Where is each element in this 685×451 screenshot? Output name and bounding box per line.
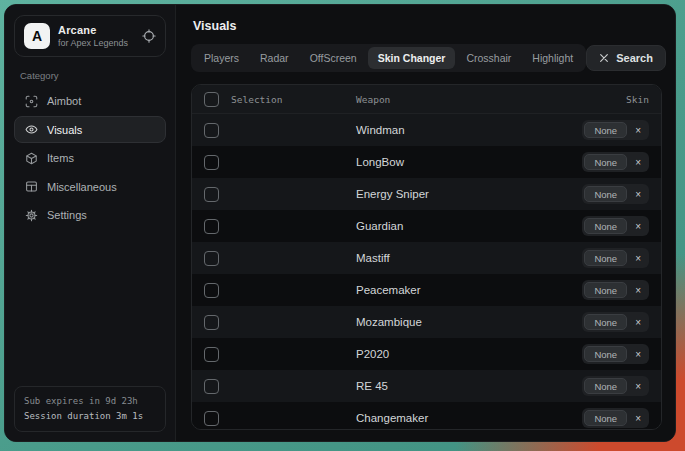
search-button[interactable]: Search (586, 45, 666, 71)
row-selection-cell (204, 251, 356, 266)
tab-radar[interactable]: Radar (250, 47, 299, 69)
table-row: Changemaker None × (192, 402, 661, 430)
weapon-name: Energy Sniper (356, 188, 582, 200)
sidebar-item-aimbot[interactable]: Aimbot (14, 88, 166, 115)
row-selection-cell (204, 283, 356, 298)
row-checkbox[interactable] (204, 347, 219, 362)
skin-badge: None × (582, 120, 649, 140)
clear-skin-icon[interactable]: × (627, 381, 647, 392)
column-header-selection: Selection (231, 94, 282, 105)
skin-badge: None × (582, 344, 649, 364)
sidebar-item-settings[interactable]: Settings (14, 202, 166, 229)
app-meta: Arcane for Apex Legends (58, 24, 128, 48)
sidebar-nav: Aimbot Visuals Items Miscellaneous Setti… (14, 86, 166, 230)
table-header: Selection Weapon Skin (192, 85, 661, 114)
row-selection-cell (204, 379, 356, 394)
row-checkbox[interactable] (204, 123, 219, 138)
grid-icon (25, 180, 38, 193)
skin-value[interactable]: None (584, 218, 627, 234)
sub-expiry-text: Sub expires in 9d 23h (24, 394, 156, 409)
skin-value[interactable]: None (584, 250, 627, 266)
skin-badge: None × (582, 184, 649, 204)
clear-skin-icon[interactable]: × (627, 221, 647, 232)
clear-skin-icon[interactable]: × (627, 189, 647, 200)
sidebar-item-miscellaneous[interactable]: Miscellaneous (14, 173, 166, 200)
category-label: Category (20, 70, 160, 81)
row-checkbox[interactable] (204, 411, 219, 426)
main-panel: Visuals PlayersRadarOffScreenSkin Change… (176, 5, 675, 441)
clear-skin-icon[interactable]: × (627, 125, 647, 136)
tab-highlight[interactable]: Highlight (522, 47, 583, 69)
session-duration-text: Session duration 3m 1s (24, 409, 156, 424)
skin-value[interactable]: None (584, 282, 627, 298)
row-checkbox[interactable] (204, 155, 219, 170)
sidebar-item-label: Visuals (47, 124, 82, 136)
skin-value[interactable]: None (584, 154, 627, 170)
app-header-card: A Arcane for Apex Legends (14, 15, 166, 57)
sidebar: A Arcane for Apex Legends Category Aimbo… (5, 5, 176, 441)
skin-value[interactable]: None (584, 122, 627, 138)
row-selection-cell (204, 411, 356, 426)
target-icon[interactable] (142, 29, 156, 43)
clear-skin-icon[interactable]: × (627, 253, 647, 264)
tab-crosshair[interactable]: Crosshair (456, 47, 521, 69)
sidebar-item-items[interactable]: Items (14, 145, 166, 172)
aimbot-crosshair-icon (25, 95, 38, 108)
page-title: Visuals (193, 19, 662, 33)
clear-skin-icon[interactable]: × (627, 157, 647, 168)
app-window: A Arcane for Apex Legends Category Aimbo… (4, 4, 676, 442)
clear-skin-icon[interactable]: × (627, 285, 647, 296)
skin-value[interactable]: None (584, 186, 627, 202)
skin-value[interactable]: None (584, 314, 627, 330)
skin-badge: None × (582, 280, 649, 300)
tab-row: PlayersRadarOffScreenSkin ChangerCrossha… (191, 44, 662, 72)
table-row: LongBow None × (192, 146, 661, 178)
weapon-name: Guardian (356, 220, 582, 232)
app-logo: A (24, 23, 50, 49)
search-icon (599, 53, 609, 63)
weapon-name: LongBow (356, 156, 582, 168)
skin-badge: None × (582, 216, 649, 236)
weapon-name: Windman (356, 124, 582, 136)
table-row: Windman None × (192, 114, 661, 146)
clear-skin-icon[interactable]: × (627, 349, 647, 360)
tab-offscreen[interactable]: OffScreen (300, 47, 367, 69)
skin-badge: None × (582, 376, 649, 396)
skin-value[interactable]: None (584, 378, 627, 394)
skin-value[interactable]: None (584, 346, 627, 362)
table-row: Energy Sniper None × (192, 178, 661, 210)
column-header-weapon: Weapon (356, 94, 626, 105)
package-icon (25, 152, 38, 165)
app-subtitle: for Apex Legends (58, 38, 128, 48)
weapon-name: Peacemaker (356, 284, 582, 296)
clear-skin-icon[interactable]: × (627, 413, 647, 424)
weapon-name: Mozambique (356, 316, 582, 328)
weapon-name: Changemaker (356, 412, 582, 424)
row-selection-cell (204, 347, 356, 362)
select-all-checkbox[interactable] (204, 92, 219, 107)
tab-players[interactable]: Players (194, 47, 249, 69)
selection-header-cell: Selection (204, 92, 356, 107)
sidebar-item-visuals[interactable]: Visuals (14, 116, 166, 143)
table-row: RE 45 None × (192, 370, 661, 402)
skin-value[interactable]: None (584, 410, 627, 426)
row-checkbox[interactable] (204, 315, 219, 330)
row-selection-cell (204, 123, 356, 138)
sidebar-item-label: Items (47, 152, 74, 164)
row-checkbox[interactable] (204, 251, 219, 266)
weapon-name: RE 45 (356, 380, 582, 392)
row-checkbox[interactable] (204, 379, 219, 394)
table-row: Peacemaker None × (192, 274, 661, 306)
sidebar-item-label: Settings (47, 209, 87, 221)
row-selection-cell (204, 219, 356, 234)
desktop-background: A Arcane for Apex Legends Category Aimbo… (0, 0, 685, 451)
row-checkbox[interactable] (204, 219, 219, 234)
skin-badge: None × (582, 408, 649, 428)
weapon-name: Mastiff (356, 252, 582, 264)
sidebar-item-label: Miscellaneous (47, 181, 117, 193)
row-checkbox[interactable] (204, 283, 219, 298)
tab-skin-changer[interactable]: Skin Changer (368, 47, 456, 69)
row-checkbox[interactable] (204, 187, 219, 202)
row-selection-cell (204, 187, 356, 202)
clear-skin-icon[interactable]: × (627, 317, 647, 328)
